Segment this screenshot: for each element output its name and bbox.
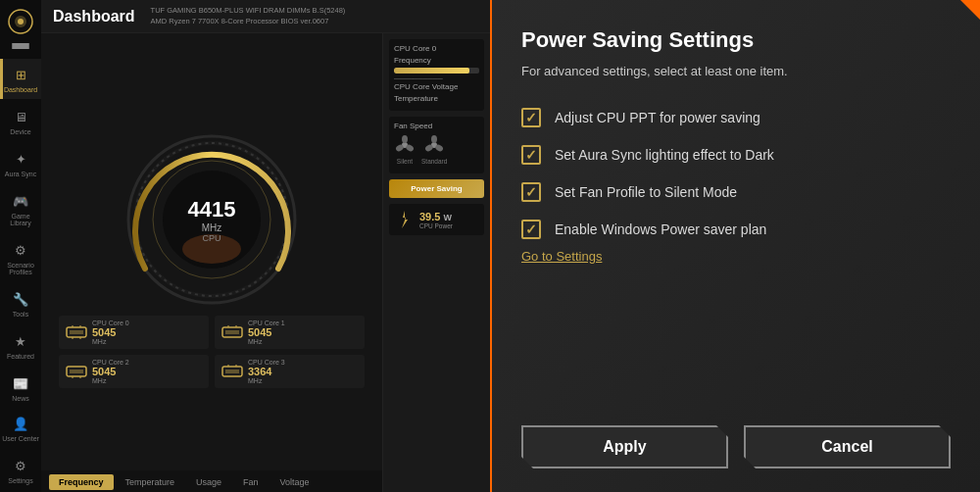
core-item-2: CPU Core 2 5045 MHz: [59, 355, 209, 388]
gauge-label: CPU: [188, 233, 236, 243]
right-stats-panel: CPU Core 0 Frequency ────────── CPU Core…: [382, 33, 490, 492]
cpu-power-label: CPU Power: [419, 222, 453, 229]
cpu-power-value: 39.5 W: [419, 211, 453, 222]
dialog-options: ✓ Adjust CPU PPT for power saving ✓ Set …: [521, 108, 951, 406]
device-icon: 🖥: [11, 107, 30, 126]
tab-temperature[interactable]: Temperature: [116, 474, 185, 490]
user-icon: 👤: [11, 414, 30, 433]
cpu-core-stat: CPU Core 0 Frequency ────────── CPU Core…: [389, 39, 484, 111]
core-freq-2: 5045: [92, 366, 129, 377]
dialog-option-2[interactable]: ✓ Set Aura Sync lighting effect to Dark: [521, 145, 951, 165]
dialog-title: Power Saving Settings: [521, 27, 951, 53]
cores-grid: CPU Core 0 5045 MHz CPU: [51, 308, 372, 396]
frequency-bar: [394, 68, 479, 74]
tab-frequency[interactable]: Frequency: [49, 474, 114, 490]
svg-rect-9: [70, 330, 83, 334]
core-name-2: CPU Core 2: [92, 359, 129, 366]
dialog-buttons: Apply Cancel: [521, 425, 951, 468]
temp-label: Temperature: [394, 94, 479, 103]
option-text-4: Enable Windows Power saver plan: [555, 221, 766, 237]
tab-usage[interactable]: Usage: [186, 474, 231, 490]
svg-point-2: [18, 19, 24, 25]
sidebar-item-dashboard[interactable]: ⊞ Dashboard: [0, 59, 41, 99]
apply-button[interactable]: Apply: [521, 425, 728, 468]
menu-toggle[interactable]: [12, 43, 29, 49]
core-name-3: CPU Core 3: [248, 359, 285, 366]
option-text-1: Adjust CPU PPT for power saving: [555, 110, 760, 125]
core-freq-1: 5045: [248, 326, 285, 338]
sidebar-item-game-library[interactable]: 🎮 Game Library: [0, 185, 41, 232]
checkmark-2: ✓: [525, 148, 537, 162]
fan-label-standard: Standard: [421, 158, 447, 165]
frequency-value: ──────────: [394, 75, 479, 82]
sidebar-item-settings[interactable]: ⚙ Settings: [2, 450, 39, 490]
checkbox-1[interactable]: ✓: [521, 108, 541, 127]
checkbox-3[interactable]: ✓: [521, 182, 541, 202]
core-mhz-0: MHz: [92, 338, 129, 345]
fan-label-silent: Silent: [397, 158, 413, 165]
core-info-2: CPU Core 2 5045 MHz: [92, 359, 129, 384]
fan-section: Fan Speed Silent: [389, 117, 484, 173]
go-to-settings-link[interactable]: Go to Settings: [521, 249, 951, 264]
page-title: Dashboard: [53, 8, 135, 25]
tab-bar: Frequency Temperature Usage Fan Voltage: [41, 470, 382, 492]
svg-point-27: [402, 135, 408, 143]
dashboard-body: 4415 MHz CPU: [41, 33, 490, 492]
spec-line2: AMD Ryzen 7 7700X 8-Core Processor BIOS …: [151, 17, 346, 27]
sidebar-item-news[interactable]: 📰 News: [0, 368, 41, 408]
power-saving-button[interactable]: Power Saving: [389, 179, 484, 198]
cpu-power-info: 39.5 W CPU Power: [419, 211, 453, 229]
game-icon: 🎮: [11, 191, 30, 211]
gauge-area: 4415 MHz CPU: [41, 33, 382, 492]
gauge-unit: MHz: [188, 222, 236, 233]
sidebar-item-label: User Center: [2, 435, 39, 442]
sidebar-item-label: News: [12, 395, 29, 402]
dialog-subtitle: For advanced settings, select at least o…: [521, 63, 951, 80]
checkmark-3: ✓: [525, 185, 537, 199]
sidebar-item-label: Game Library: [0, 213, 41, 226]
core-item-3: CPU Core 3 3364 MHz: [215, 355, 365, 388]
scenario-icon: ⚙: [11, 240, 30, 260]
sidebar-item-aura-sync[interactable]: ✦ Aura Sync: [0, 143, 41, 183]
checkmark-4: ✓: [525, 222, 537, 236]
voltage-label: CPU Core Voltage: [394, 82, 479, 91]
option-text-2: Set Aura Sync lighting effect to Dark: [555, 147, 774, 163]
cancel-button[interactable]: Cancel: [744, 425, 951, 468]
gauge-container: 4415 MHz CPU: [123, 131, 300, 308]
spec-line1: TUF GAMING B650M-PLUS WIFI DRAM DIMMs B.…: [151, 6, 346, 17]
sidebar-item-device[interactable]: 🖥 Device: [0, 101, 41, 141]
dialog-option-4[interactable]: ✓ Enable Windows Power saver plan: [521, 220, 951, 239]
sidebar-item-label: Dashboard: [4, 86, 37, 93]
svg-rect-23: [225, 369, 239, 373]
cpu-core-title: CPU Core 0: [394, 44, 479, 53]
sidebar-item-user-center[interactable]: 👤 User Center: [2, 408, 39, 448]
fan-speed-label: Fan Speed: [394, 122, 479, 130]
core-item-0: CPU Core 0 5045 MHz: [59, 316, 209, 349]
checkbox-4[interactable]: ✓: [521, 220, 541, 239]
sidebar-item-label: Scenario Profiles: [0, 262, 41, 275]
power-saving-label: Power Saving: [411, 184, 462, 193]
sidebar-item-label: Aura Sync: [5, 171, 36, 177]
core-info-1: CPU Core 1 5045 MHz: [248, 320, 285, 345]
sidebar-item-scenario-profiles[interactable]: ⚙ Scenario Profiles: [0, 234, 41, 281]
core-mhz-2: MHz: [92, 377, 129, 384]
cpu-power-section: 39.5 W CPU Power: [389, 204, 484, 235]
sidebar-nav: ⊞ Dashboard 🖥 Device ✦ Aura Sync 🎮 Game …: [0, 59, 41, 408]
svg-point-31: [431, 135, 437, 143]
core-info-0: CPU Core 0 5045 MHz: [92, 320, 129, 345]
core-mhz-1: MHz: [248, 338, 285, 345]
featured-icon: ★: [11, 331, 30, 351]
tab-fan[interactable]: Fan: [233, 474, 269, 490]
core-info-3: CPU Core 3 3364 MHz: [248, 359, 285, 384]
tab-voltage[interactable]: Voltage: [270, 474, 319, 490]
svg-rect-19: [70, 369, 83, 373]
sidebar-item-featured[interactable]: ★ Featured: [0, 325, 41, 366]
core-freq-0: 5045: [92, 326, 129, 338]
checkbox-2[interactable]: ✓: [521, 145, 541, 165]
fan-icon-standard: Standard: [421, 134, 447, 165]
dialog-option-3[interactable]: ✓ Set Fan Profile to Silent Mode: [521, 182, 951, 202]
core-mhz-3: MHz: [248, 377, 285, 384]
dialog-option-1[interactable]: ✓ Adjust CPU PPT for power saving: [521, 108, 951, 127]
core-name-1: CPU Core 1: [248, 320, 285, 326]
sidebar-item-tools[interactable]: 🔧 Tools: [0, 283, 41, 323]
